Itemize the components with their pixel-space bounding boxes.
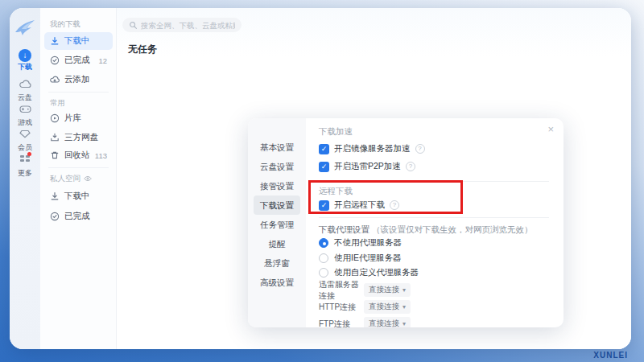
radio-no-proxy[interactable] xyxy=(319,238,328,248)
download-icon xyxy=(50,36,60,46)
gamepad-icon xyxy=(10,102,40,116)
xunlei-server-row: 迅雷服务器连接 直接连接 ▾ xyxy=(319,283,411,297)
remote-section-title: 远程下载 xyxy=(319,186,353,197)
sidebar-item-private-completed[interactable]: 已完成 xyxy=(44,208,113,225)
chevron-down-icon: ▾ xyxy=(402,320,406,327)
rail-item-cloud[interactable]: 云盘 xyxy=(10,77,40,103)
settings-menu-item-task[interactable]: 任务管理 xyxy=(254,215,300,234)
trash-icon xyxy=(50,150,60,160)
checkbox-mirror-accel[interactable] xyxy=(319,144,329,154)
sidebar-item-recycle-bin[interactable]: 回收站 113 xyxy=(44,146,113,164)
dialog-divider xyxy=(319,217,549,218)
sidebar-item-third-party-disk[interactable]: 三方网盘 xyxy=(44,129,113,146)
p2p-accel-row: 开启迅雷P2P加速 xyxy=(319,160,415,173)
xunlei-connection-select[interactable]: 直接连接 ▾ xyxy=(364,283,411,297)
download-icon xyxy=(50,191,60,201)
checkbox-remote-download[interactable] xyxy=(319,200,329,211)
download-circle-icon: ↓ xyxy=(10,47,40,60)
sidebar-divider xyxy=(48,167,109,168)
sidebar-item-downloading[interactable]: 下载中 xyxy=(44,32,113,50)
proxy-option-custom: 使用自定义代理服务器 xyxy=(319,267,419,278)
checkbox-p2p-accel[interactable] xyxy=(319,162,329,172)
search-icon xyxy=(129,21,138,30)
settings-dialog: 基本设置 云盘设置 接管设置 下载设置 任务管理 提醒 悬浮窗 高级设置 × 下… xyxy=(248,118,564,327)
proxy-option-none: 不使用代理服务器 xyxy=(319,237,402,249)
section-common: 常用 xyxy=(50,98,65,109)
sidebar-item-completed[interactable]: 已完成 12 xyxy=(44,51,113,69)
settings-menu-item-reminder[interactable]: 提醒 xyxy=(254,234,300,253)
section-my-downloads: 我的下载 xyxy=(50,19,80,30)
settings-menu-item-download[interactable]: 下载设置 xyxy=(254,195,300,215)
proxy-note: （该设置仅对下载生效，对网页浏览无效） xyxy=(372,224,533,234)
radio-custom-proxy[interactable] xyxy=(319,268,328,278)
eye-icon[interactable] xyxy=(84,175,92,182)
settings-menu-item-basic[interactable]: 基本设置 xyxy=(254,138,300,157)
proxy-option-ie: 使用IE代理服务器 xyxy=(319,253,401,264)
ftp-connection-select[interactable]: 直接连接 ▾ xyxy=(364,317,411,327)
film-icon xyxy=(50,113,60,123)
chevron-down-icon: ▾ xyxy=(402,286,406,294)
mirror-accel-row: 开启镜像服务器加速 xyxy=(319,142,425,155)
diamond-icon xyxy=(10,127,40,141)
sidebar-item-private-downloading[interactable]: 下载中 xyxy=(44,187,113,205)
xunlei-bird-logo xyxy=(14,18,36,39)
settings-menu-item-takeover[interactable]: 接管设置 xyxy=(254,176,300,195)
ftp-connection-row: FTP连接 直接连接 ▾ xyxy=(319,317,411,327)
cloud-add-icon xyxy=(50,75,60,84)
completed-count: 12 xyxy=(98,56,107,65)
help-icon[interactable] xyxy=(406,162,415,171)
remote-download-row: 开启远程下载 xyxy=(319,199,399,212)
settings-menu: 基本设置 云盘设置 接管设置 下载设置 任务管理 提醒 悬浮窗 高级设置 xyxy=(248,118,306,327)
dialog-divider xyxy=(319,181,549,182)
nav-rail: ↓ 下载 云盘 游戏 xyxy=(10,8,40,349)
search-bar[interactable] xyxy=(122,18,242,32)
rail-item-vip[interactable]: 会员 xyxy=(10,127,40,153)
xunlei-watermark: XUNLEI xyxy=(593,351,628,360)
netdisk-icon xyxy=(50,133,60,142)
help-icon[interactable] xyxy=(390,200,399,210)
accel-section-title: 下载加速 xyxy=(319,126,353,138)
sidebar-item-video-library[interactable]: 片库 xyxy=(44,109,113,127)
help-icon[interactable] xyxy=(415,144,425,154)
sidebar: 我的下载 下载中 已完成 12 云添加 常用 xyxy=(40,8,117,349)
check-circle-icon xyxy=(50,212,60,221)
more-grid-icon xyxy=(10,153,40,167)
check-circle-icon xyxy=(50,56,60,65)
rail-item-game[interactable]: 游戏 xyxy=(10,102,40,128)
proxy-section-title: 下载代理设置 （该设置仅对下载生效，对网页浏览无效） xyxy=(319,224,532,236)
http-connection-select[interactable]: 直接连接 ▾ xyxy=(364,300,411,314)
settings-menu-item-cloud[interactable]: 云盘设置 xyxy=(254,157,300,176)
search-input[interactable] xyxy=(141,21,235,30)
radio-ie-proxy[interactable] xyxy=(319,253,328,263)
app-window: ↓ 下载 云盘 游戏 xyxy=(10,8,631,349)
rail-item-download[interactable]: ↓ 下载 xyxy=(10,47,40,72)
notification-dot xyxy=(27,152,31,156)
settings-menu-item-advanced[interactable]: 高级设置 xyxy=(254,273,300,292)
chevron-down-icon: ▾ xyxy=(402,303,406,311)
settings-menu-item-float-window[interactable]: 悬浮窗 xyxy=(254,253,300,273)
sidebar-item-cloud-add[interactable]: 云添加 xyxy=(44,71,113,88)
section-private-space: 私人空间 xyxy=(50,174,92,184)
rail-item-more[interactable]: 更多 xyxy=(10,153,40,179)
screenshot-root: XUNLEI ↓ 下载 云盘 xyxy=(0,0,644,362)
http-connection-row: HTTP连接 直接连接 ▾ xyxy=(319,300,411,314)
recycle-count: 113 xyxy=(95,151,107,160)
close-icon[interactable]: × xyxy=(547,123,554,135)
empty-state-text: 无任务 xyxy=(128,43,157,56)
sidebar-divider xyxy=(48,92,109,93)
cloud-icon xyxy=(10,77,40,91)
